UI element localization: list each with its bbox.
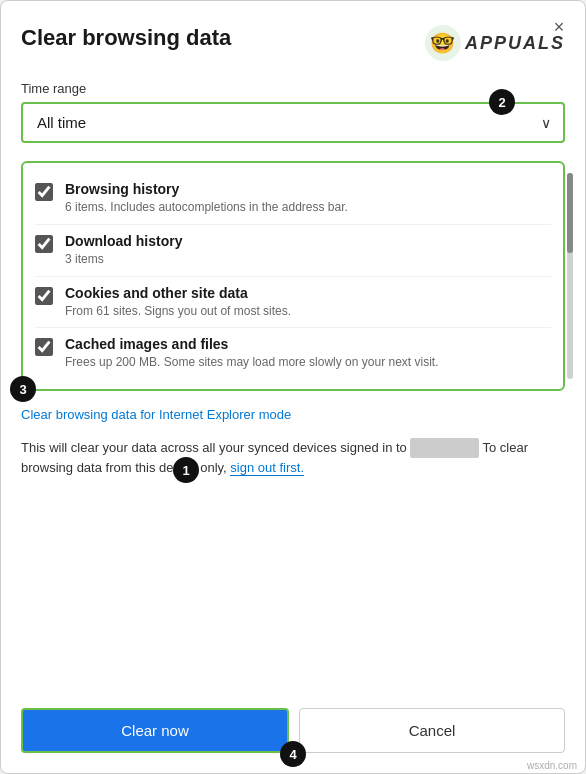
cookies-checkbox[interactable] [35, 287, 53, 305]
scrollbar-thumb [567, 173, 573, 253]
dialog-title: Clear browsing data [21, 25, 231, 51]
info-text: This will clear your data across all you… [21, 438, 565, 477]
browsing-history-label: Browsing history [65, 181, 551, 197]
cached-images-sublabel: Frees up 200 MB. Some sites may load mor… [65, 354, 551, 371]
clear-browsing-data-dialog: × Clear browsing data 🤓 APPUALS Time ran… [0, 0, 586, 774]
ie-mode-link[interactable]: Clear browsing data for Internet Explore… [21, 407, 565, 422]
blurred-domain [410, 438, 479, 458]
close-button[interactable]: × [545, 13, 573, 41]
browsing-history-checkbox[interactable] [35, 183, 53, 201]
step-2-badge: 2 [489, 89, 515, 115]
checkbox-browsing-history: Browsing history 6 items. Includes autoc… [35, 173, 551, 225]
watermark: wsxdn.com [527, 760, 577, 771]
browsing-history-sublabel: 6 items. Includes autocompletions in the… [65, 199, 551, 216]
cookies-label: Cookies and other site data [65, 285, 551, 301]
checkbox-download-history: Download history 3 items [35, 225, 551, 277]
time-range-container: Last hour Last 24 hours Last 7 days Last… [21, 102, 565, 143]
brand-icon: 🤓 [425, 25, 461, 61]
download-history-sublabel: 3 items [65, 251, 551, 268]
step-1-badge: 1 [173, 457, 199, 483]
info-text-before: This will clear your data across all you… [21, 440, 407, 455]
checkbox-cached-images: Cached images and files Frees up 200 MB.… [35, 328, 551, 379]
checkboxes-section: 3 Browsing history 6 items. Includes aut… [21, 161, 565, 391]
time-range-label: Time range [21, 81, 565, 96]
sign-out-link[interactable]: sign out first. [230, 460, 304, 476]
time-range-select[interactable]: Last hour Last 24 hours Last 7 days Last… [21, 102, 565, 143]
dialog-header: Clear browsing data 🤓 APPUALS [21, 25, 565, 61]
buttons-row: Clear now Cancel 4 [21, 708, 565, 753]
cached-images-checkbox[interactable] [35, 338, 53, 356]
scrollbar[interactable] [567, 173, 573, 379]
step-3-badge: 3 [10, 376, 36, 402]
info-section: This will clear your data across all you… [21, 438, 565, 497]
cached-images-label: Cached images and files [65, 336, 551, 352]
cookies-sublabel: From 61 sites. Signs you out of most sit… [65, 303, 551, 320]
download-history-label: Download history [65, 233, 551, 249]
brand-logo: 🤓 APPUALS [425, 25, 565, 61]
checkbox-cookies: Cookies and other site data From 61 site… [35, 277, 551, 329]
step-4-badge: 4 [280, 741, 306, 767]
cancel-button[interactable]: Cancel [299, 708, 565, 753]
download-history-checkbox[interactable] [35, 235, 53, 253]
clear-now-button[interactable]: Clear now [21, 708, 289, 753]
